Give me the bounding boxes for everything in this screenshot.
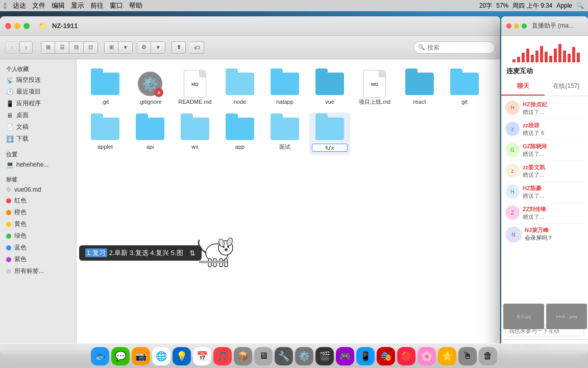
finder-body: 个人收藏 📡 隔空投送 🕐 最近项目 📱 应用程序 🖥 桌面 <box>0 59 500 354</box>
file-item-api[interactable]: api <box>130 112 170 155</box>
search-box: 🔍 <box>413 41 495 54</box>
back-button[interactable]: ‹ <box>5 41 18 54</box>
dock-game[interactable]: 🎮 <box>336 347 354 365</box>
thumbnail-1[interactable]: 前儿.jpg <box>503 304 544 329</box>
file-item-vue[interactable]: vue <box>309 67 350 108</box>
dock-calendar[interactable]: 📅 <box>193 347 211 365</box>
sidebar-tag-orange[interactable]: 橙色 <box>0 206 76 218</box>
sort-button[interactable]: ⊞ <box>104 41 118 54</box>
dock-drama[interactable]: 🎭 <box>377 347 395 365</box>
fullscreen-button[interactable] <box>23 23 30 29</box>
sidebar-tag-all[interactable]: 所有标签... <box>0 265 76 277</box>
settings-dropdown[interactable]: ▾ <box>151 41 165 54</box>
file-item-react[interactable]: react <box>399 67 440 108</box>
dock-ios[interactable]: 📱 <box>356 347 375 365</box>
file-item-app[interactable]: app <box>219 112 260 155</box>
menubar-app-name[interactable]: 达达 <box>13 1 26 10</box>
sidebar-item-desktop[interactable]: 🖥 桌面 <box>0 109 76 121</box>
sidebar-item-applications[interactable]: 📱 应用程序 <box>0 98 76 109</box>
list-view-button[interactable]: ☰ <box>55 41 69 54</box>
sidebar-item-downloads[interactable]: ⬇️ 下载 <box>0 133 76 145</box>
sidebar-tag-yellow[interactable]: 黄色 <box>0 218 76 230</box>
menubar-file[interactable]: 文件 <box>32 1 45 10</box>
dock-red[interactable]: 🔴 <box>397 347 415 365</box>
file-item-interview[interactable]: 面试 <box>264 112 305 155</box>
dock-star[interactable]: ⭐ <box>438 347 456 365</box>
file-item-applet[interactable]: applet <box>85 112 126 155</box>
dock-flower[interactable]: 🌸 <box>418 347 436 365</box>
dock-music[interactable]: 🎵 <box>213 347 232 365</box>
menubar-go[interactable]: 前往 <box>90 1 104 10</box>
sidebar-item-recent[interactable]: 🕐 最近项目 <box>0 86 76 98</box>
file-item-readme[interactable]: MD README.md <box>175 67 215 108</box>
dock-mouse[interactable]: 🖱 <box>458 347 477 365</box>
dock-tools[interactable]: 🔧 <box>275 347 293 365</box>
forward-button[interactable]: › <box>19 41 33 54</box>
dock-wechat[interactable]: 💬 <box>111 347 130 365</box>
view-toggle-group: ⊞ ☰ ⊟ ⊡ <box>41 41 98 54</box>
file-rename-input[interactable] <box>312 144 348 152</box>
dock-settings[interactable]: ⚙️ <box>295 347 313 365</box>
chat-avatar-0: H <box>505 101 520 115</box>
sidebar-tag-blue[interactable]: 蓝色 <box>0 242 76 254</box>
nav-arrows: ‹ › <box>5 41 33 54</box>
live-titlebar: 直播助手 (ma... <box>501 16 588 36</box>
sidebar-tag-green[interactable]: 绿色 <box>0 230 76 242</box>
column-view-button[interactable]: ⊟ <box>69 41 84 54</box>
dock-pkg[interactable]: 📦 <box>234 347 252 365</box>
dock-trash[interactable]: 🗑 <box>479 347 497 365</box>
documents-icon: 📄 <box>6 124 13 131</box>
live-close-button[interactable] <box>506 24 511 29</box>
sidebar-tag-red[interactable]: 红色 <box>0 195 76 206</box>
sidebar-item-airdrop[interactable]: 📡 隔空投送 <box>0 74 76 86</box>
file-item-node[interactable]: node <box>219 67 260 108</box>
chat-name-2: GZ陈晓玲 <box>523 143 584 150</box>
sidebar-item-documents[interactable]: 📄 文稿 <box>0 121 76 133</box>
dock-monitor[interactable]: 🖥 <box>254 347 273 365</box>
apple-menu[interactable]:  <box>4 2 7 10</box>
file-icon-readme: MD <box>180 71 210 97</box>
file-item-projdoc[interactable]: MD 项目上线.md <box>354 67 395 108</box>
share-button[interactable]: ⬆ <box>172 41 186 54</box>
tab-chat[interactable]: 聊天 <box>501 78 545 96</box>
dock-video[interactable]: 🎬 <box>315 347 334 365</box>
icon-view-button[interactable]: ⊞ <box>41 41 55 54</box>
menubar-window[interactable]: 窗口 <box>110 1 123 10</box>
autocomplete-text: 1.复习 2.阜新 3.复选 4.复兴 5.图 <box>85 248 183 258</box>
thumb-label-2: e4c8....jpeg <box>556 314 577 319</box>
sort-dropdown[interactable]: ▾ <box>118 41 133 54</box>
tag-button[interactable]: 🏷 <box>190 41 204 54</box>
file-item-gitignore[interactable]: ⚙️ ✕ .gitignore <box>130 67 170 108</box>
file-item-wx[interactable]: wx <box>175 112 215 155</box>
dock-vscode[interactable]: 💡 <box>173 347 191 365</box>
file-item-git[interactable]: .git <box>85 67 126 108</box>
settings-button[interactable]: ⚙ <box>137 41 151 54</box>
file-item-renaming[interactable] <box>309 112 350 155</box>
dock-finder[interactable]: 🐟 <box>91 347 109 365</box>
chat-avatar-1: z <box>505 122 520 136</box>
thumbnail-2[interactable]: e4c8....jpeg <box>546 304 587 329</box>
search-input[interactable] <box>427 44 491 51</box>
file-name-api: api <box>146 144 154 150</box>
tab-online[interactable]: 在线(157) <box>545 78 588 96</box>
close-button[interactable] <box>5 23 11 29</box>
autocomplete-selected[interactable]: 1.复习 <box>85 248 107 257</box>
minimize-button[interactable] <box>14 23 20 29</box>
sidebar-item-computer[interactable]: 💻 hehehehe... <box>0 159 76 170</box>
dock-chrome[interactable]: 🌐 <box>152 347 170 365</box>
menubar-view[interactable]: 显示 <box>71 1 84 10</box>
dock-camera[interactable]: 📷 <box>132 347 150 365</box>
sidebar-label-downloads: 下载 <box>16 134 29 143</box>
menubar-search-icon[interactable]: 🔍 <box>576 2 584 9</box>
live-minimize-button[interactable] <box>514 24 519 29</box>
gallery-view-button[interactable]: ⊡ <box>84 41 98 54</box>
file-item-natapp[interactable]: natapp <box>264 67 305 108</box>
chart-bar-3 <box>522 53 525 62</box>
file-icon-interview <box>270 116 300 142</box>
sidebar-tag-vue06[interactable]: vue06.md <box>0 185 76 195</box>
file-item-git2[interactable]: git <box>444 67 485 108</box>
menubar-help[interactable]: 帮助 <box>129 1 142 10</box>
live-fullscreen-button[interactable] <box>522 24 527 29</box>
menubar-edit[interactable]: 编辑 <box>52 1 65 10</box>
sidebar-tag-purple[interactable]: 紫色 <box>0 254 76 265</box>
